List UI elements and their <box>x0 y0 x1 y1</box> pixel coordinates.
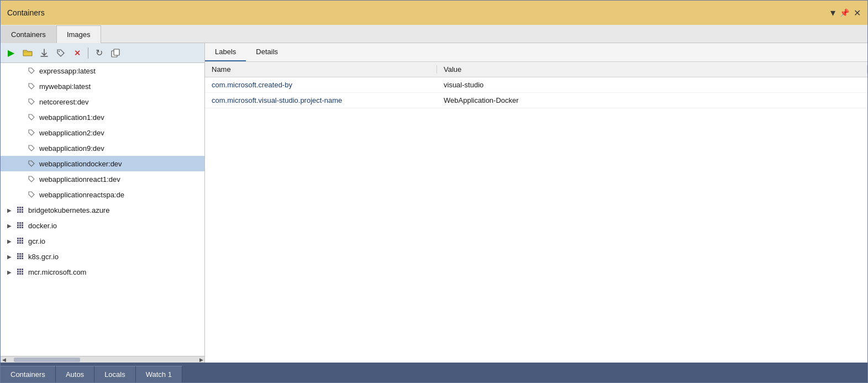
expand-arrow[interactable]: ▶ <box>5 267 14 276</box>
registry-icon <box>16 252 25 261</box>
expand-placeholder <box>16 159 25 168</box>
tag-icon <box>27 113 36 122</box>
close-icon[interactable]: ✕ <box>854 8 861 18</box>
svg-rect-34 <box>19 255 21 257</box>
tree-item-label: bridgetokubernetes.azure <box>28 206 109 214</box>
tree-area[interactable]: expressapp:latest mywebapi:latest <box>1 63 204 356</box>
svg-rect-37 <box>19 258 21 259</box>
svg-rect-42 <box>17 271 19 272</box>
tree-item[interactable]: ▶ <box>1 233 204 249</box>
refresh-button[interactable]: ↻ <box>92 46 106 60</box>
tag-icon <box>27 82 36 91</box>
expand-arrow[interactable]: ▶ <box>5 221 14 230</box>
bottom-tab-locals[interactable]: Locals <box>94 366 136 382</box>
svg-rect-22 <box>19 238 21 239</box>
expand-arrow[interactable]: ▶ <box>5 237 14 245</box>
svg-rect-29 <box>22 242 23 244</box>
header-value: Value <box>437 65 867 74</box>
tree-item-label: gcr.io <box>28 237 45 245</box>
run-button[interactable]: ▶ <box>4 46 18 60</box>
scroll-left-arrow[interactable]: ◀ <box>1 356 7 363</box>
tree-item[interactable]: ▶ <box>1 249 204 264</box>
tree-item[interactable]: webapplicationreactspa:de <box>1 187 204 202</box>
svg-rect-3 <box>17 207 19 208</box>
right-tabs: Labels Details <box>205 43 867 62</box>
svg-rect-46 <box>19 273 21 275</box>
scrollbar-track[interactable] <box>14 358 191 362</box>
tree-item[interactable]: mywebapi:latest <box>1 78 204 94</box>
svg-rect-11 <box>22 211 23 213</box>
tree-item-label: webapplication1:dev <box>39 113 104 122</box>
svg-rect-47 <box>22 273 23 275</box>
scrollbar-thumb[interactable] <box>14 358 80 362</box>
svg-rect-24 <box>17 240 19 242</box>
svg-rect-23 <box>22 238 23 239</box>
table-row[interactable]: com.microsoft.visual-studio.project-name… <box>205 93 867 108</box>
window-title: Containers <box>7 8 45 17</box>
tree-item-label: expressapp:latest <box>39 67 96 75</box>
tree-item[interactable]: ▶ <box>1 218 204 233</box>
tag-icon <box>27 190 36 199</box>
tree-item[interactable]: ▶ <box>1 264 204 280</box>
table-row[interactable]: com.microsoft.created-by visual-studio <box>205 77 867 93</box>
svg-rect-31 <box>19 253 21 255</box>
folder-button[interactable] <box>20 46 35 60</box>
delete-button[interactable]: ✕ <box>70 46 85 60</box>
tree-item-selected[interactable]: webapplicationdocker:dev <box>1 156 204 171</box>
cell-name: com.microsoft.created-by <box>205 81 437 89</box>
svg-rect-30 <box>17 253 19 255</box>
registry-icon <box>16 221 25 230</box>
horizontal-scrollbar[interactable]: ◀ ▶ <box>1 356 204 363</box>
scroll-right-arrow[interactable]: ▶ <box>198 356 204 363</box>
left-panel: ▶ <box>1 43 205 363</box>
tree-item-label: netcorerest:dev <box>39 98 89 106</box>
tab-containers[interactable]: Containers <box>1 25 56 43</box>
bottom-tab-watch1[interactable]: Watch 1 <box>136 366 182 382</box>
svg-rect-43 <box>19 271 21 272</box>
tree-item[interactable]: webapplication1:dev <box>1 109 204 125</box>
expand-arrow[interactable]: ▶ <box>5 206 14 214</box>
tree-item[interactable]: webapplication2:dev <box>1 125 204 140</box>
svg-rect-18 <box>17 227 19 228</box>
tree-item[interactable]: webapplication9:dev <box>1 140 204 156</box>
tree-item[interactable]: webapplicationreact1:dev <box>1 171 204 187</box>
svg-rect-36 <box>17 258 19 259</box>
dropdown-icon[interactable]: ▾ <box>830 7 835 19</box>
toolbar: ▶ <box>1 43 204 63</box>
tree-item[interactable]: ▶ <box>1 202 204 218</box>
expand-placeholder <box>16 175 25 183</box>
tree-item-label: docker.io <box>28 222 57 230</box>
pin-icon[interactable]: 📌 <box>840 8 849 17</box>
svg-rect-4 <box>19 207 21 208</box>
svg-rect-17 <box>22 224 23 226</box>
header-name: Name <box>205 65 437 74</box>
tab-images[interactable]: Images <box>56 25 101 43</box>
tree-item-label: webapplicationreactspa:de <box>39 191 124 199</box>
expand-placeholder <box>16 97 25 106</box>
tree-item-label: webapplicationdocker:dev <box>39 160 122 168</box>
registry-icon <box>16 267 25 276</box>
tab-details[interactable]: Details <box>246 43 288 61</box>
bottom-tab-autos[interactable]: Autos <box>56 366 94 382</box>
tree-item[interactable]: netcorerest:dev <box>1 94 204 109</box>
expand-placeholder <box>16 82 25 91</box>
tag-button[interactable] <box>54 46 68 60</box>
svg-rect-8 <box>22 209 23 211</box>
tag-icon <box>27 66 36 75</box>
svg-rect-14 <box>22 222 23 224</box>
svg-rect-9 <box>17 211 19 213</box>
tab-labels[interactable]: Labels <box>205 43 246 61</box>
svg-rect-20 <box>22 227 23 228</box>
download-button[interactable] <box>37 46 51 60</box>
copy-button[interactable] <box>108 46 123 60</box>
tree-item-label: k8s.gcr.io <box>28 253 59 261</box>
bottom-tabs: Containers Autos Locals Watch 1 <box>1 363 867 382</box>
svg-rect-26 <box>22 240 23 242</box>
expand-arrow[interactable]: ▶ <box>5 252 14 261</box>
cell-value: visual-studio <box>437 81 867 89</box>
tag-icon <box>27 159 36 168</box>
svg-rect-44 <box>22 271 23 272</box>
bottom-tab-containers[interactable]: Containers <box>1 366 56 382</box>
main-window: Containers ▾ 📌 ✕ Containers Images ▶ <box>0 0 868 383</box>
tree-item[interactable]: expressapp:latest <box>1 63 204 78</box>
